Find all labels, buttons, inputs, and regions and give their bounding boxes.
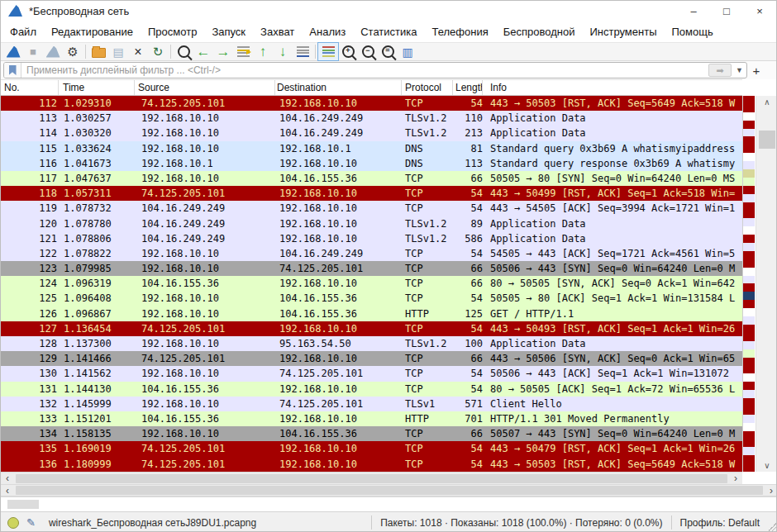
open-file-button[interactable] (88, 43, 108, 60)
column-header-length[interactable]: Length (453, 80, 483, 95)
scroll-left-icon[interactable]: ‹ (1, 473, 14, 484)
packet-cell-time: 1.057311 (59, 186, 135, 201)
column-header-no[interactable]: No. (1, 80, 59, 95)
column-header-source[interactable]: Source (135, 80, 275, 95)
menu-edit[interactable]: Редактирование (44, 22, 141, 41)
expert-info-icon[interactable] (7, 517, 19, 529)
capture-options-button[interactable]: ⚙ (63, 43, 83, 60)
scroll-down-icon[interactable]: ∨ (756, 461, 777, 470)
auto-scroll-button[interactable] (293, 43, 312, 60)
display-filter-input[interactable]: Применить дисплейный фильтр ... <Ctrl-/>… (3, 62, 747, 78)
minimize-button[interactable]: – (677, 1, 710, 21)
edit-comment-icon[interactable]: ✎ (26, 516, 36, 529)
maximize-button[interactable]: □ (710, 1, 743, 21)
go-last-packet-button[interactable]: ↓ (273, 43, 293, 60)
packet-row[interactable]: 1281.137300192.168.10.1095.163.54.50TLSv… (1, 336, 742, 351)
menu-view[interactable]: Просмотр (141, 22, 204, 41)
vertical-scrollbar-thumb[interactable] (759, 131, 775, 149)
reload-file-button[interactable]: ↻ (148, 43, 168, 60)
close-file-button[interactable]: × (128, 43, 148, 60)
packet-cell-no: 124 (1, 276, 59, 291)
packet-row[interactable]: 1251.096408192.168.10.10104.16.155.36TCP… (1, 291, 742, 306)
packet-row[interactable]: 1301.141562192.168.10.1074.125.205.101TC… (1, 366, 742, 381)
resize-grip[interactable] (768, 523, 776, 531)
menu-capture[interactable]: Захват (253, 22, 302, 41)
restart-capture-button[interactable] (43, 43, 63, 60)
column-header-info[interactable]: Info (483, 80, 742, 95)
packet-cell-proto: TCP (402, 291, 453, 306)
go-back-button[interactable]: ← (193, 43, 213, 60)
packet-row[interactable]: 1351.16901974.125.205.101192.168.10.10TC… (1, 441, 742, 456)
filter-bookmark-button[interactable] (4, 63, 21, 78)
packet-row[interactable]: 1231.079985192.168.10.1074.125.205.101TC… (1, 261, 742, 276)
menu-go[interactable]: Запуск (204, 22, 253, 41)
minimap-stripe (743, 218, 755, 226)
packet-row[interactable]: 1241.096319104.16.155.36192.168.10.10TCP… (1, 276, 742, 291)
packet-row[interactable]: 1131.030257192.168.10.10104.16.249.249TL… (1, 111, 742, 126)
packet-row[interactable]: 1291.14146674.125.205.101192.168.10.10TC… (1, 351, 742, 366)
hscrollbar-thumb[interactable] (16, 486, 763, 495)
packet-cell-len: 110 (453, 111, 483, 126)
menu-file[interactable]: Файл (2, 22, 44, 41)
lower-hscrollbar[interactable]: ‹ › (1, 484, 777, 496)
packet-row[interactable]: 1321.145999192.168.10.1074.125.205.101TL… (1, 397, 742, 411)
menu-statistics[interactable]: Статистика (353, 22, 424, 41)
minimap-stripe (743, 104, 755, 112)
column-header-destination[interactable]: Destination (275, 80, 402, 95)
add-filter-button[interactable]: + (747, 64, 765, 78)
zoom-normal-button[interactable]: = (378, 43, 398, 60)
profile-selector[interactable]: Профиль: Default (671, 515, 769, 530)
column-header-protocol[interactable]: Protocol (402, 80, 453, 95)
stop-capture-button[interactable]: ■ (23, 43, 43, 60)
start-capture-button[interactable] (3, 43, 23, 60)
go-forward-button[interactable]: → (213, 43, 233, 60)
hscrollbar-thumb[interactable] (16, 474, 727, 483)
packet-row[interactable]: 1171.047637192.168.10.10104.16.155.36TCP… (1, 171, 742, 186)
scroll-left-icon[interactable]: ‹ (1, 485, 14, 496)
scroll-right-icon[interactable]: › (765, 485, 777, 496)
packet-row[interactable]: 1341.158135192.168.10.10104.16.155.36TCP… (1, 426, 742, 441)
go-to-packet-button[interactable] (233, 43, 253, 60)
packet-row[interactable]: 1121.02931074.125.205.101192.168.10.10TC… (1, 96, 742, 111)
filter-dropdown-icon[interactable]: ▼ (734, 66, 746, 74)
packet-row[interactable]: 1211.078806104.16.249.249192.168.10.10TL… (1, 231, 742, 246)
close-button[interactable]: × (743, 1, 776, 21)
packet-list: 1121.02931074.125.205.101192.168.10.10TC… (1, 96, 742, 472)
packet-list-hscrollbar[interactable]: ‹ › (1, 472, 742, 484)
packet-row[interactable]: 1161.041673192.168.10.1192.168.10.10DNS1… (1, 156, 742, 171)
scroll-up-icon[interactable]: ∧ (756, 97, 777, 107)
apply-filter-button[interactable]: ➡ (708, 64, 732, 77)
packet-row[interactable]: 1311.144130104.16.155.36192.168.10.10TCP… (1, 382, 742, 397)
menu-telephony[interactable]: Телефония (424, 22, 495, 41)
zoom-in-button[interactable]: + (338, 43, 358, 60)
minimap-stripe (743, 202, 755, 211)
menu-tools[interactable]: Инструменты (582, 22, 664, 41)
packet-cell-len: 54 (453, 201, 483, 216)
packet-cell-proto: TLSv1.2 (402, 336, 453, 351)
vertical-scrollbar[interactable]: ∧ ∨ (756, 96, 777, 472)
packet-row[interactable]: 1361.18099974.125.205.101192.168.10.10TC… (1, 457, 742, 472)
packet-row[interactable]: 1221.078822192.168.10.10104.16.249.249TC… (1, 246, 742, 261)
save-file-button[interactable]: ▤ (108, 43, 128, 60)
resize-columns-button[interactable]: ▥ (398, 43, 417, 60)
packet-row[interactable]: 1181.05731174.125.205.101192.168.10.10TC… (1, 186, 742, 201)
go-first-packet-button[interactable]: ↑ (253, 43, 273, 60)
packet-row[interactable]: 1261.096867192.168.10.10104.16.155.36HTT… (1, 306, 742, 321)
packet-row[interactable]: 1201.078780104.16.249.249192.168.10.10TL… (1, 216, 742, 231)
column-header-time[interactable]: Time (59, 80, 135, 95)
menu-wireless[interactable]: Беспроводной (496, 22, 583, 41)
packet-row[interactable]: 1331.151201104.16.155.36192.168.10.10HTT… (1, 411, 742, 426)
find-packet-button[interactable] (174, 43, 193, 60)
zoom-out-button[interactable]: − (358, 43, 378, 60)
packet-row[interactable]: 1141.030320192.168.10.10104.16.249.249TL… (1, 126, 742, 140)
menu-analyze[interactable]: Анализ (302, 22, 353, 41)
packet-minimap[interactable] (742, 96, 755, 472)
menu-help[interactable]: Помощь (665, 22, 721, 41)
scroll-right-icon[interactable]: › (729, 473, 742, 484)
packet-row[interactable]: 1191.078732104.16.249.249192.168.10.10TC… (1, 201, 742, 216)
collapsed-pane-scroll-thumb[interactable] (7, 500, 39, 509)
packet-row[interactable]: 1151.033624192.168.10.10192.168.10.1DNS8… (1, 141, 742, 156)
packet-cell-info: 50506 → 443 [SYN] Seq=0 Win=64240 Len=0 … (483, 261, 742, 276)
packet-row[interactable]: 1271.13645474.125.205.101192.168.10.10TC… (1, 321, 742, 336)
colorize-button[interactable] (318, 43, 338, 60)
